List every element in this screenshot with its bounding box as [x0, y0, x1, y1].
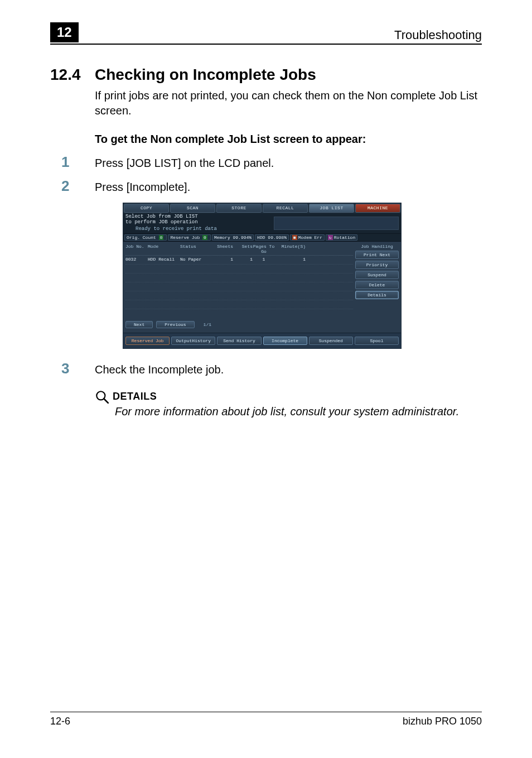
footer-product-name: bizhub PRO 1050	[403, 716, 482, 727]
chapter-title: Troubleshooting	[394, 28, 482, 42]
table-row	[125, 265, 353, 274]
tab-machine[interactable]: MACHINE	[355, 204, 400, 213]
step-text: Press [Incomplete].	[95, 181, 190, 194]
next-button[interactable]: Next	[125, 321, 153, 328]
col-sheets: Sheets	[211, 244, 233, 254]
lcd-preview-box	[274, 217, 399, 230]
lcd-message-line2: to perform JOB operation	[125, 220, 274, 226]
page-footer: 12-6 bizhub PRO 1050	[50, 712, 482, 727]
col-sets: Sets	[233, 244, 253, 254]
lcd-panel: COPY SCAN STORE RECALL JOB LIST MACHINE …	[123, 203, 402, 349]
page-header: 12 Troubleshooting	[50, 22, 482, 45]
step-text: Press [JOB LIST] on the LCD panel.	[95, 157, 274, 170]
chapter-number-badge: 12	[50, 22, 79, 42]
details-text: For more information about job list, con…	[115, 405, 482, 418]
job-table-header: Job No. Mode Status Sheets Sets Pages To…	[125, 244, 353, 256]
lcd-top-tabs: COPY SCAN STORE RECALL JOB LIST MACHINE	[123, 203, 401, 213]
status-orig-count: Orig. Count 0	[124, 234, 167, 241]
section-subhead: To get the Non complete Job List screen …	[95, 133, 482, 146]
step-number: 1	[50, 153, 95, 171]
job-table: Job No. Mode Status Sheets Sets Pages To…	[125, 244, 353, 328]
tab-spool[interactable]: Spool	[355, 337, 399, 345]
table-row	[125, 274, 353, 282]
section-heading: 12.4 Checking on Incomplete Jobs	[50, 66, 482, 84]
delete-button[interactable]: Delete	[355, 281, 399, 289]
job-handling-label: Job Handling	[355, 244, 399, 249]
print-next-button[interactable]: Print Next	[355, 251, 399, 259]
lcd-message-row: Select Job from JOB LIST to perform JOB …	[123, 213, 401, 234]
col-pages: Pages To Go	[253, 244, 275, 254]
status-memory: Memory 99.994%	[212, 234, 254, 241]
col-minutes: Minute(S)	[275, 244, 306, 254]
tab-incomplete[interactable]: Incomplete	[263, 337, 307, 345]
magnifier-icon	[95, 390, 109, 404]
page-indicator: 1/1	[204, 322, 211, 327]
status-reserve-job: Reserve Job 0	[168, 234, 210, 241]
table-row	[125, 282, 353, 291]
table-nav: Next Previous 1/1	[125, 321, 353, 328]
tab-recall[interactable]: RECALL	[263, 204, 308, 213]
section-intro: If print jobs are not printed, you can c…	[95, 88, 482, 118]
table-row	[125, 300, 353, 309]
previous-button[interactable]: Previous	[156, 321, 194, 328]
section-number: 12.4	[50, 66, 95, 84]
job-handling-panel: Job Handling Print Next Priority Suspend…	[355, 244, 399, 328]
tab-output-history[interactable]: OutputHistory	[171, 337, 215, 345]
section-title: Checking on Incomplete Jobs	[95, 66, 316, 84]
details-label: DETAILS	[113, 391, 157, 402]
step-1: 1 Press [JOB LIST] on the LCD panel.	[50, 153, 482, 171]
tab-suspended[interactable]: Suspended	[309, 337, 353, 345]
lcd-bottom-tabs: Reserved Job OutputHistory Send History …	[123, 333, 401, 348]
table-row	[125, 309, 353, 318]
lcd-message-sub: Ready to receive print data	[136, 227, 274, 232]
lcd-status-bar: Orig. Count 0 Reserve Job 0 Memory 99.99…	[123, 234, 401, 242]
step-3: 3 Check the Incomplete job.	[50, 360, 482, 377]
suspend-button[interactable]: Suspend	[355, 271, 399, 279]
svg-line-1	[104, 399, 108, 403]
tab-job-list[interactable]: JOB LIST	[309, 204, 354, 213]
step-number: 3	[50, 360, 95, 377]
col-job-no: Job No.	[125, 244, 148, 254]
tab-scan[interactable]: SCAN	[170, 204, 215, 213]
tab-copy[interactable]: COPY	[124, 204, 169, 213]
step-number: 2	[50, 177, 95, 195]
details-button[interactable]: Details	[355, 291, 399, 299]
footer-page-number: 12-6	[50, 716, 70, 727]
status-rotation: ↻Rotation	[326, 234, 357, 241]
col-mode: Mode	[148, 244, 180, 254]
table-row	[125, 291, 353, 300]
step-text: Check the Incomplete job.	[95, 363, 224, 376]
tab-send-history[interactable]: Send History	[217, 337, 261, 345]
details-callout: DETAILS	[95, 390, 482, 404]
table-row[interactable]: 0032 HDD Recall No Paper 1 1 1 1	[125, 256, 353, 265]
priority-button[interactable]: Priority	[355, 261, 399, 269]
step-2: 2 Press [Incomplete].	[50, 177, 482, 195]
tab-reserved-job[interactable]: Reserved Job	[125, 337, 170, 345]
status-hdd: HDD 99.998%	[255, 234, 289, 241]
col-status: Status	[180, 244, 211, 254]
tab-store[interactable]: STORE	[216, 204, 262, 213]
status-modem-err: ■Modem Err	[290, 234, 325, 241]
